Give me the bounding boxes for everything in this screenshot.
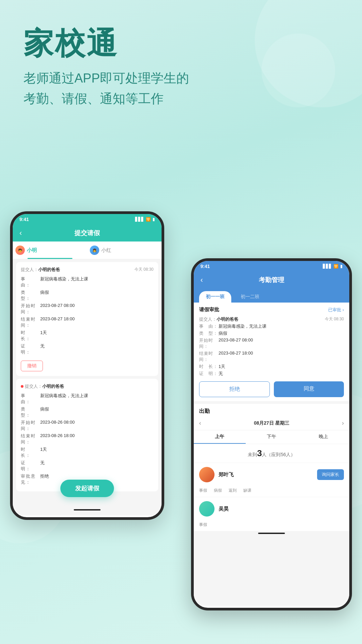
battery-icon-right: ▮ <box>340 264 343 269</box>
attendance-section: 出勤 ‹ 08月27日 星期三 › 上午 下午 晚上 未到3人（应到56人） <box>194 404 349 531</box>
nav-title-left: 提交请假 <box>74 229 100 237</box>
phone-left: 9:41 ▋▋▋ 🛜 ▮ ‹ 提交请假 🧒 小明 👧 <box>10 211 164 520</box>
status-icons-left: ▋▋▋ 🛜 ▮ <box>135 217 155 222</box>
student-tags-2: 事假 <box>194 521 349 531</box>
header: 家校通 老师通过APP即可处理学生的 考勤、请假、通知等工作 <box>0 0 362 122</box>
student-name-2: 吴昊 <box>219 506 344 512</box>
time-left: 9:41 <box>19 217 29 222</box>
signal-icon-left: ▋▋▋ <box>135 217 144 222</box>
leave-row-reason-2: 事 由： 新冠病毒感染，无法上课 <box>21 393 154 405</box>
time-tab-evening[interactable]: 晚上 <box>297 430 349 444</box>
review-title: 请假审批 <box>199 307 219 313</box>
nav-bar-left: ‹ 提交请假 <box>13 225 162 241</box>
student-row-1: 郑叶飞 询问家长 <box>194 463 349 486</box>
leave-card-2-header: 提交人：小明的爸爸 <box>21 383 154 389</box>
tag-shijia-2: 事假 <box>199 522 207 528</box>
time-tab-afternoon[interactable]: 下午 <box>246 430 298 444</box>
leave-row-type-2: 类 型： 病假 <box>21 406 154 418</box>
tab-xiaohong[interactable]: 👧 小红 <box>87 241 162 259</box>
battery-icon-left: ▮ <box>153 217 155 222</box>
leave-card-2: 提交人：小明的爸爸 事 由： 新冠病毒感染，无法上课 类 型： 病假 开始时间：… <box>16 379 158 491</box>
student-row-2: 吴昊 <box>194 497 349 521</box>
tag-bingjia: 病假 <box>214 488 222 493</box>
leave-time-1: 今天 08:30 <box>134 267 154 273</box>
prev-date-button[interactable]: ‹ <box>199 420 201 427</box>
next-date-button[interactable]: › <box>342 420 344 427</box>
current-date: 08月27日 星期三 <box>254 420 289 426</box>
time-tab-morning[interactable]: 上午 <box>194 430 246 444</box>
back-button-left[interactable]: ‹ <box>19 229 22 237</box>
tab-class-2[interactable]: 初一二班 <box>234 291 266 303</box>
leave-row-end-1: 结束时间： 2023-08-27 18:00 <box>21 316 154 328</box>
cancel-button[interactable]: 撤销 <box>21 361 43 371</box>
student-tags-1: 事假 病假 返到 缺课 <box>194 486 349 497</box>
nav-bar-right: ‹ 考勤管理 <box>194 272 349 288</box>
approve-button[interactable]: 同意 <box>274 381 344 397</box>
leave-row-duration-1: 时 长： 1天 <box>21 330 154 342</box>
nav-title-right: 考勤管理 <box>259 276 284 284</box>
leave-row-duration-2: 时 长： 1天 <box>21 446 154 459</box>
submitter-name-1: 小明的爸爸 <box>38 267 60 272</box>
status-icons-right: ▋▋▋ 🛜 ▮ <box>323 264 343 269</box>
back-button-right[interactable]: ‹ <box>200 276 203 284</box>
attendance-summary: 未到3人（应到56人） <box>194 444 349 463</box>
leave-review-section: 请假审批 已审批 › 提交人： 小明的爸爸 今天 08:30 事 由： 新冠病毒… <box>194 303 349 401</box>
attendance-title: 出勤 <box>194 404 349 416</box>
leave-row-type-1: 类 型： 病假 <box>21 289 154 302</box>
submitter-name-2: 小明的爸爸 <box>42 383 64 389</box>
start-leave-button[interactable]: 发起请假 <box>60 480 114 497</box>
student-avatar-1 <box>199 467 215 482</box>
leave-row-start-1: 开始时间： 2023-08-27 08:00 <box>21 303 154 315</box>
contact-parent-button-1[interactable]: 询问家长 <box>317 469 344 480</box>
tab-class-1[interactable]: 初一一班 <box>199 291 231 303</box>
leave-card-1-header: 提交人：小明的爸爸 今天 08:30 <box>21 267 154 273</box>
review-header: 请假审批 已审批 › <box>199 307 344 313</box>
avatar-xiaohong: 👧 <box>90 246 99 255</box>
bottom-indicator-left <box>74 509 101 511</box>
status-bar-right: 9:41 ▋▋▋ 🛜 ▮ <box>194 261 349 272</box>
tag-shijia: 事假 <box>199 488 207 493</box>
leave-row-proof-2: 证 明： 无 <box>21 460 154 472</box>
action-buttons: 拒绝 同意 <box>199 381 344 397</box>
leave-row-start-2: 开始时间： 2023-08-26 08:00 <box>21 420 154 432</box>
leave-row-end-2: 结束时间： 2023-08-26 18:00 <box>21 433 154 445</box>
review-duration: 时 长： 1天 <box>199 364 344 370</box>
time-right: 9:41 <box>200 264 210 269</box>
review-submitter-row: 提交人： 小明的爸爸 今天 08:30 <box>199 316 344 322</box>
review-proof: 证 明： 无 <box>199 371 344 377</box>
submitter-1: 提交人：小明的爸爸 <box>21 267 60 273</box>
review-start: 开始时间： 2023-08-27 08:00 <box>199 337 344 350</box>
leave-row-proof-1: 证 明： 无 <box>21 343 154 355</box>
app-title: 家校通 <box>23 27 339 60</box>
phone-right: 9:41 ▋▋▋ 🛜 ▮ ‹ 考勤管理 初一一班 初一二班 请假审批 已审批 › <box>191 258 352 610</box>
review-reason: 事 由： 新冠病毒感染，无法上课 <box>199 323 344 329</box>
leave-row-reason-1: 事 由： 新冠病毒感染，无法上课 <box>21 276 154 288</box>
tag-queke: 缺课 <box>243 488 251 493</box>
bottom-indicator-right <box>258 533 285 534</box>
time-tabs: 上午 下午 晚上 <box>194 430 349 444</box>
review-end: 结束时间： 2023-08-27 18:00 <box>199 351 344 363</box>
review-type: 类 型： 病假 <box>199 330 344 336</box>
unread-dot <box>21 385 23 388</box>
signal-icon-right: ▋▋▋ <box>323 264 332 269</box>
wifi-icon-left: 🛜 <box>146 217 151 222</box>
tabs-bar-left: 🧒 小明 👧 小红 <box>13 241 162 259</box>
leave-card-1: 提交人：小明的爸爸 今天 08:30 事 由： 新冠病毒感染，无法上课 类 型：… <box>16 262 158 376</box>
blue-tabs-bar: 初一一班 初一二班 <box>194 288 349 303</box>
tag-fanhui: 返到 <box>229 488 237 493</box>
tab-xiaoming[interactable]: 🧒 小明 <box>13 241 87 259</box>
app-subtitle: 老师通过APP即可处理学生的 考勤、请假、通知等工作 <box>23 68 339 109</box>
status-bar-left: 9:41 ▋▋▋ 🛜 ▮ <box>13 214 162 225</box>
avatar-xiaoming: 🧒 <box>15 246 25 255</box>
student-avatar-2 <box>199 501 215 517</box>
review-status[interactable]: 已审批 › <box>328 307 344 313</box>
wifi-icon-right: 🛜 <box>334 264 339 269</box>
student-name-1: 郑叶飞 <box>219 472 317 478</box>
phones-container: 9:41 ▋▋▋ 🛜 ▮ ‹ 提交请假 🧒 小明 👧 <box>0 191 362 644</box>
date-navigation: ‹ 08月27日 星期三 › <box>194 416 349 430</box>
reject-button[interactable]: 拒绝 <box>199 381 270 397</box>
